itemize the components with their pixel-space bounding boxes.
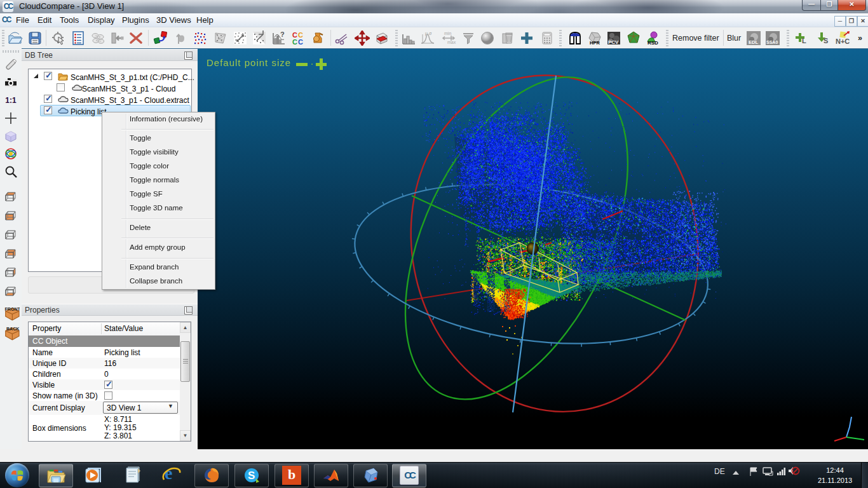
svg-text:EDL: EDL <box>749 39 758 45</box>
svg-text:max: max <box>447 40 456 44</box>
svg-text:RSD: RSD <box>648 40 658 46</box>
svg-text:SSA0: SSA0 <box>766 40 778 44</box>
svg-text:BACK: BACK <box>6 327 20 332</box>
svg-text:S: S <box>824 37 828 44</box>
svg-text:C: C <box>292 38 297 46</box>
svg-text:L: L <box>802 37 806 44</box>
svg-text:PCV: PCV <box>608 39 619 45</box>
svg-text:FRONT: FRONT <box>5 307 20 312</box>
svg-text:S: S <box>248 470 255 482</box>
svg-text:min: min <box>444 31 451 36</box>
svg-text:N+C: N+C <box>836 37 850 45</box>
svg-text:HPR: HPR <box>590 40 600 46</box>
svg-text:C: C <box>298 38 303 46</box>
svg-text:?: ? <box>280 30 285 38</box>
